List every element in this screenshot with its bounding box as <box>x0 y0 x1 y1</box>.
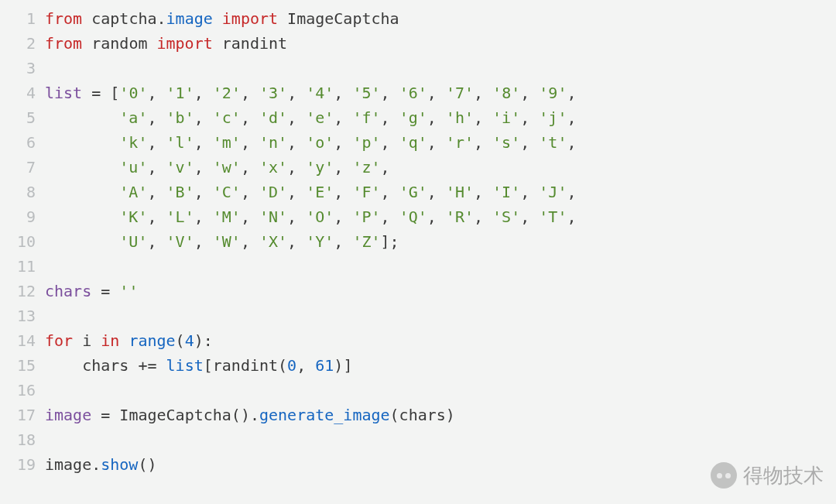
token: 'i' <box>492 108 520 127</box>
token: 0 <box>287 356 296 375</box>
line-content: 'K', 'L', 'M', 'N', 'O', 'P', 'Q', 'R', … <box>45 204 576 229</box>
watermark-text: 得物技术 <box>743 463 824 488</box>
token: , <box>427 84 446 102</box>
token: , <box>241 158 259 177</box>
token: import <box>222 9 278 28</box>
line-content: 'a', 'b', 'c', 'd', 'e', 'f', 'g', 'h', … <box>45 105 576 130</box>
line-number: 4 <box>0 81 45 105</box>
token: range <box>128 331 175 350</box>
token: 'b' <box>166 108 194 127</box>
token: , <box>147 133 166 152</box>
line-content: 'A', 'B', 'C', 'D', 'E', 'F', 'G', 'H', … <box>45 180 576 204</box>
token: , <box>474 84 492 102</box>
token: , <box>241 84 259 102</box>
token: , <box>194 183 213 201</box>
line-number: 6 <box>0 130 45 155</box>
token: = <box>101 406 110 424</box>
token: 'x' <box>259 158 287 177</box>
token: 'K' <box>119 207 147 226</box>
token: '9' <box>539 84 567 102</box>
code-line: 6 'k', 'l', 'm', 'n', 'o', 'p', 'q', 'r'… <box>0 130 836 155</box>
token <box>91 282 101 300</box>
line-content: 'U', 'V', 'W', 'X', 'Y', 'Z']; <box>45 229 399 254</box>
token: 'l' <box>166 133 194 152</box>
token: '3' <box>259 84 287 102</box>
token: , <box>241 183 259 201</box>
token: , <box>567 133 576 152</box>
token: list <box>45 84 82 102</box>
token: 'T' <box>539 207 567 226</box>
token: '1' <box>166 84 194 102</box>
code-line: 9 'K', 'L', 'M', 'N', 'O', 'P', 'Q', 'R'… <box>0 204 836 229</box>
code-line: 10 'U', 'V', 'W', 'X', 'Y', 'Z']; <box>0 229 836 254</box>
token: '6' <box>399 84 427 102</box>
token: 'g' <box>399 108 427 127</box>
token: 't' <box>539 133 567 152</box>
token: ImageCaptcha(). <box>110 406 259 424</box>
token: captcha. <box>82 9 166 28</box>
token: 'w' <box>213 158 241 177</box>
code-line: 4list = ['0', '1', '2', '3', '4', '5', '… <box>0 81 836 105</box>
token: '7' <box>446 84 474 102</box>
token: , <box>567 207 576 226</box>
token: , <box>194 133 213 152</box>
line-content: for i in range(4): <box>45 328 213 353</box>
token: import <box>157 34 213 53</box>
token: , <box>194 232 213 251</box>
line-number: 5 <box>0 105 45 130</box>
token: '5' <box>352 84 380 102</box>
token: 'P' <box>352 207 380 226</box>
line-number: 2 <box>0 31 45 56</box>
token: , <box>520 133 539 152</box>
token: 'z' <box>352 158 380 177</box>
token: ): <box>194 331 213 350</box>
token: ImageCaptcha <box>278 9 399 28</box>
watermark: 得物技术 <box>711 462 824 489</box>
token: , <box>381 183 399 201</box>
token: 'N' <box>259 207 287 226</box>
token: ]; <box>381 232 399 251</box>
token: , <box>287 108 306 127</box>
line-content: 'u', 'v', 'w', 'x', 'y', 'z', <box>45 155 390 180</box>
token: 'Y' <box>306 232 334 251</box>
token: 'O' <box>306 207 334 226</box>
token: [ <box>110 84 119 102</box>
token: 'a' <box>119 108 147 127</box>
line-number: 14 <box>0 328 45 353</box>
line-number: 1 <box>0 6 45 31</box>
token <box>82 84 91 102</box>
token: , <box>334 108 352 127</box>
token: 'E' <box>306 183 334 201</box>
token: 'H' <box>446 183 474 201</box>
token: 'c' <box>213 108 241 127</box>
token <box>157 356 166 375</box>
token: , <box>287 84 306 102</box>
token: 'X' <box>259 232 287 251</box>
token: , <box>241 108 259 127</box>
token: , <box>334 158 352 177</box>
code-line: 7 'u', 'v', 'w', 'x', 'y', 'z', <box>0 155 836 180</box>
token: , <box>381 133 399 152</box>
token: , <box>241 207 259 226</box>
token: , <box>334 84 352 102</box>
line-content: image = ImageCaptcha().generate_image(ch… <box>45 403 455 427</box>
token: , <box>520 84 539 102</box>
token: 'u' <box>119 158 147 177</box>
token: (chars) <box>390 406 455 424</box>
code-line: 15 chars += list[randint(0, 61)] <box>0 353 836 378</box>
line-content: list = ['0', '1', '2', '3', '4', '5', '6… <box>45 81 577 105</box>
token: , <box>147 232 166 251</box>
token: ( <box>176 331 185 350</box>
line-number: 8 <box>0 180 45 204</box>
line-number: 11 <box>0 254 45 279</box>
line-content: 'k', 'l', 'm', 'n', 'o', 'p', 'q', 'r', … <box>45 130 576 155</box>
token: from <box>45 9 82 28</box>
token: list <box>166 356 204 375</box>
token: , <box>474 108 492 127</box>
token: , <box>334 183 352 201</box>
token: 'q' <box>399 133 427 152</box>
token: () <box>138 455 156 474</box>
token: 'G' <box>399 183 427 201</box>
line-number: 16 <box>0 378 45 403</box>
token: from <box>45 34 82 53</box>
